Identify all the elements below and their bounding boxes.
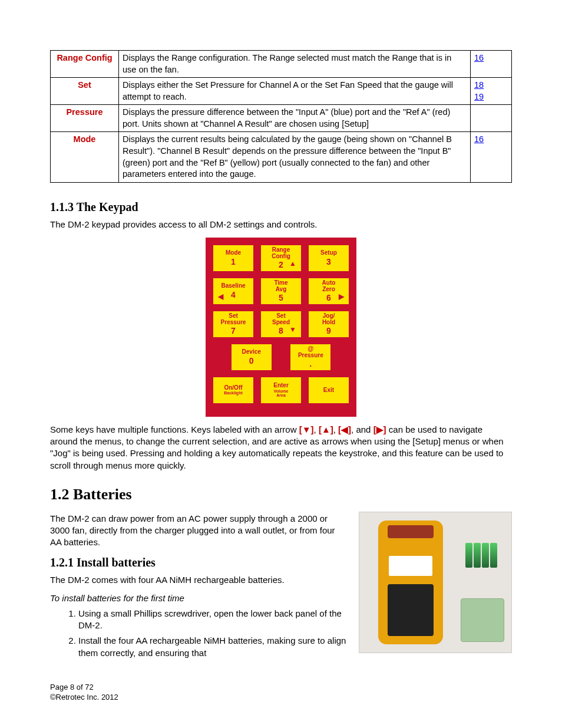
table-desc: Displays either the Set Pressure for Cha… [119, 78, 471, 105]
arrow-icon: ▼ [289, 326, 296, 334]
keypad-key: AutoZero6▶ [308, 278, 349, 305]
keypad-key: SetSpeed8▼ [260, 311, 302, 338]
arrow-icon: ◀ [218, 293, 223, 301]
table-pagelink[interactable]: 16 [471, 51, 512, 78]
battery-photo [359, 512, 512, 653]
page-link[interactable]: 18 [474, 80, 508, 91]
table-label: Pressure [51, 105, 119, 132]
battery-cover [461, 598, 504, 642]
keypad-key: Jog/Hold9 [308, 311, 349, 338]
keypad-key: EnterVolumeArea [260, 377, 302, 404]
settings-table: Range ConfigDisplays the Range configura… [50, 50, 512, 183]
arrow-icon: ▶ [339, 293, 344, 301]
keypad-key: Baseline4◀ [213, 278, 254, 305]
keypad-key: Mode1 [213, 245, 254, 272]
keypad-key: SetPressure7 [213, 311, 254, 338]
heading-batteries: 1.2 Batteries [50, 486, 512, 503]
page-link[interactable]: 19 [474, 91, 508, 103]
table-desc: Displays the Range configuration. The Ra… [119, 51, 471, 78]
device-back [378, 521, 443, 644]
keypad-key: Device0 [231, 344, 272, 371]
table-label: Range Config [51, 51, 119, 78]
table-pagelink [471, 105, 512, 132]
keypad-key: TimeAvg5 [260, 278, 302, 305]
page-link[interactable]: 16 [474, 52, 508, 64]
keypad-key: RangeConfig2▲ [260, 245, 302, 272]
keypad-key: Exit [308, 377, 349, 404]
keypad-key: On/OffBacklight [213, 377, 254, 404]
heading-keypad: 1.1.3 The Keypad [50, 200, 512, 214]
arrow-icon: ▲ [289, 260, 296, 268]
install-intro: The DM-2 comes with four AA NiMH recharg… [50, 574, 347, 586]
list-item: Install the four AA rechargeable NiMH ba… [78, 635, 347, 659]
keypad-image: Mode1RangeConfig2▲Setup3Baseline4◀TimeAv… [206, 238, 356, 417]
page-footer: Page 8 of 72 ©Retrotec Inc. 2012 [50, 683, 512, 703]
keypad-after: Some keys have multiple functions. Keys … [50, 424, 512, 472]
keypad-key: @Pressure. [290, 344, 331, 371]
page-link[interactable]: 16 [474, 134, 508, 146]
table-desc: Displays the current results being calcu… [119, 132, 471, 182]
table-pagelink[interactable]: 16 [471, 132, 512, 182]
keypad-key: Setup3 [308, 245, 349, 272]
table-label: Mode [51, 132, 119, 182]
list-item: Using a small Phillips screwdriver, open… [78, 608, 347, 632]
table-label: Set [51, 78, 119, 105]
batteries-icon [465, 543, 500, 568]
heading-install: 1.2.1 Install batteries [50, 556, 347, 569]
batteries-intro: The DM-2 can draw power from an AC power… [50, 513, 347, 549]
install-steps: Using a small Phillips screwdriver, open… [78, 608, 347, 659]
table-desc: Displays the pressure difference between… [119, 105, 471, 132]
keypad-intro: The DM-2 keypad provides access to all D… [50, 219, 512, 230]
table-pagelink[interactable]: 1819 [471, 78, 512, 105]
install-subhead: To install batteries for the first time [50, 593, 347, 603]
